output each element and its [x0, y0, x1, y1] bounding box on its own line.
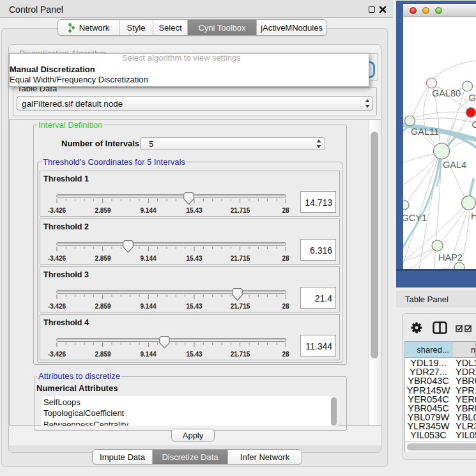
svg-text:H: H [471, 211, 476, 221]
svg-text:GCY1: GCY1 [403, 213, 427, 223]
svg-text:C.: C. [472, 119, 476, 130]
svg-text:HAP2: HAP2 [438, 252, 463, 263]
svg-text:GAL4: GAL4 [443, 160, 466, 170]
svg-text:GAL80: GAL80 [432, 88, 461, 98]
svg-text:GAL11: GAL11 [411, 127, 439, 137]
svg-text:G.: G. [469, 93, 476, 103]
